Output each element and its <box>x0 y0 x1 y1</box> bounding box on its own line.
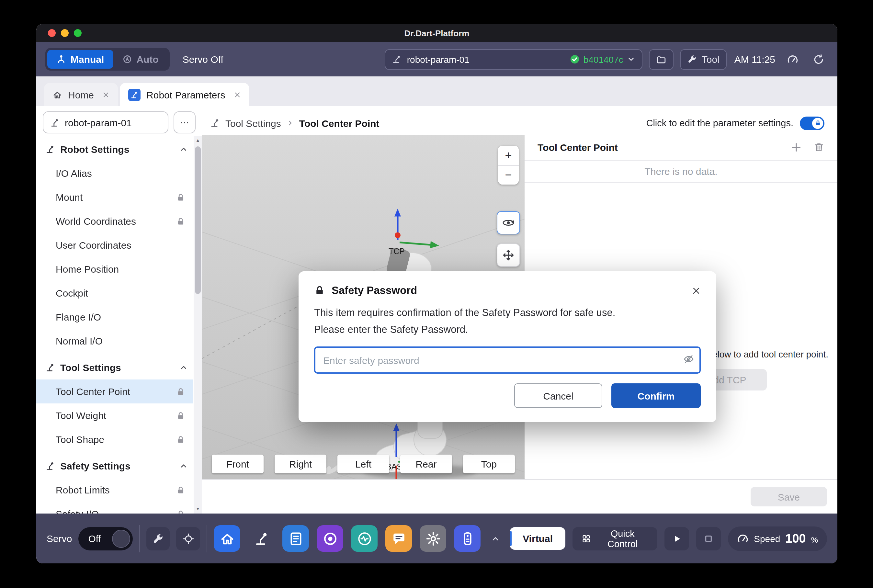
taskbar-apps <box>214 525 480 552</box>
sidebar-item-tool-weight[interactable]: Tool Weight <box>36 404 193 428</box>
auto-mode-button[interactable]: Auto <box>113 50 167 69</box>
sidebar-scrollbar[interactable]: ▲ ▼ <box>194 136 202 513</box>
document-app-icon[interactable] <box>282 525 309 552</box>
sidebar-section-tool-settings[interactable]: Tool Settings <box>36 356 193 380</box>
play-button[interactable] <box>664 527 689 550</box>
scroll-down-arrow[interactable]: ▼ <box>196 506 200 512</box>
speed-gauge-icon <box>737 532 748 544</box>
content-header: Tool Settings Tool Center Point Click to… <box>202 106 837 135</box>
lock-icon <box>176 435 185 444</box>
zoom-in-button[interactable]: + <box>498 146 519 165</box>
confirm-button[interactable]: Confirm <box>611 383 701 408</box>
manual-mode-button[interactable]: Manual <box>47 50 113 69</box>
item-label: World Coordinates <box>56 216 136 226</box>
virtual-mode-button[interactable]: Virtual <box>510 527 566 550</box>
move-to-target-button[interactable] <box>177 527 200 550</box>
servo-toggle[interactable]: Off <box>78 527 132 550</box>
sidebar-item-i-o-alias[interactable]: I/O Alias <box>36 161 193 185</box>
servo-status[interactable]: Servo Off <box>183 54 224 65</box>
delete-item-button[interactable] <box>813 142 824 153</box>
close-tab-icon[interactable] <box>102 91 110 98</box>
robot-arm-icon <box>45 144 55 154</box>
toggle-password-visibility-button[interactable] <box>683 354 694 364</box>
expand-apps-button[interactable] <box>487 530 503 547</box>
save-button[interactable]: Save <box>751 487 827 506</box>
home-app-icon[interactable] <box>214 525 240 552</box>
view-rear-button[interactable]: Rear <box>400 454 452 473</box>
close-dialog-button[interactable] <box>692 286 701 295</box>
close-icon <box>692 286 701 295</box>
chat-app-icon[interactable] <box>386 525 412 552</box>
tab-home-label: Home <box>68 89 94 100</box>
more-options-button[interactable]: ⋯ <box>174 111 196 134</box>
eye-off-icon <box>683 354 694 364</box>
scrollbar-thumb[interactable] <box>195 146 201 294</box>
parameter-name-field[interactable]: robot-param-01 <box>43 111 168 134</box>
open-file-button[interactable] <box>649 49 674 70</box>
sidebar-item-user-coordinates[interactable]: User Coordinates <box>36 233 193 257</box>
breadcrumb-section[interactable]: Tool Settings <box>225 117 281 129</box>
sidebar-item-normal-i-o[interactable]: Normal I/O <box>36 329 193 353</box>
sidebar-section-robot-settings[interactable]: Robot Settings <box>36 137 193 161</box>
quick-control-button[interactable]: Quick Control <box>573 527 657 550</box>
speed-value: 100 <box>785 531 806 546</box>
view-right-button[interactable]: Right <box>274 454 326 473</box>
tabbar: Home Robot Parameters <box>36 76 837 106</box>
section-label: Tool Settings <box>60 362 121 373</box>
view-top-button[interactable]: Top <box>463 454 515 473</box>
item-label: Home Position <box>56 264 119 274</box>
sidebar-item-tool-center-point[interactable]: Tool Center Point <box>36 380 193 404</box>
servo-label: Servo <box>46 533 72 544</box>
dialog-message-line2: Please enter the Safety Password. <box>314 321 701 338</box>
sidebar-item-world-coordinates[interactable]: World Coordinates <box>36 209 193 233</box>
sidebar-item-home-position[interactable]: Home Position <box>36 257 193 281</box>
parameter-name: robot-param-01 <box>407 54 470 64</box>
cancel-button[interactable]: Cancel <box>514 383 602 408</box>
maximize-window-button[interactable] <box>74 29 82 37</box>
version-label: b401407c <box>584 54 623 64</box>
robot-app-icon[interactable] <box>248 525 274 552</box>
clock: AM 11:25 <box>734 54 775 65</box>
edit-lock-toggle[interactable] <box>800 116 824 130</box>
target-app-icon[interactable] <box>317 525 343 552</box>
tab-robot-parameters[interactable]: Robot Parameters <box>120 83 249 106</box>
sidebar-item-tool-shape[interactable]: Tool Shape <box>36 428 193 452</box>
edit-hint-text: Click to edit the parameter settings. <box>646 118 794 128</box>
safety-password-input[interactable] <box>314 346 701 374</box>
remote-app-icon[interactable] <box>454 525 480 552</box>
speed-control[interactable]: Speed 100 % <box>728 526 827 551</box>
minimize-window-button[interactable] <box>61 29 69 37</box>
rotate-view-button[interactable] <box>497 211 520 234</box>
tab-home[interactable]: Home <box>44 83 118 106</box>
add-item-button[interactable] <box>791 142 802 153</box>
chevron-down-icon <box>627 55 636 63</box>
sidebar-item-cockpit[interactable]: Cockpit <box>36 281 193 305</box>
stop-button[interactable] <box>696 527 721 550</box>
scroll-up-arrow[interactable]: ▲ <box>196 138 200 143</box>
sidebar-item-robot-limits[interactable]: Robot Limits <box>36 478 193 502</box>
sidebar-item-mount[interactable]: Mount <box>36 185 193 209</box>
chevron-up-icon <box>490 534 500 543</box>
zoom-out-button[interactable]: − <box>498 165 519 184</box>
monitor-app-icon[interactable] <box>351 525 378 552</box>
settings-app-icon[interactable] <box>420 525 446 552</box>
timer-button[interactable] <box>809 50 828 69</box>
status-gauge-button[interactable] <box>783 50 802 69</box>
sidebar-item-safety-i-o[interactable]: Safety I/O <box>36 502 193 513</box>
view-left-button[interactable]: Left <box>338 454 389 473</box>
sidebar-section-safety-settings[interactable]: Safety Settings <box>36 454 193 478</box>
close-tab-icon[interactable] <box>234 91 241 98</box>
tool-button[interactable]: Tool <box>680 49 727 70</box>
sidebar-item-flange-i-o[interactable]: Flange I/O <box>36 305 193 329</box>
taskbar-right: Virtual Quick Control Speed 100 % <box>510 526 827 551</box>
view-front-button[interactable]: Front <box>212 454 264 473</box>
desktop: Dr.Dart-Platform Manual Auto Servo Off r… <box>0 0 873 588</box>
active-parameter-selector[interactable]: robot-param-01 b401407c <box>385 49 643 70</box>
pan-view-button[interactable] <box>497 243 520 267</box>
lock-icon <box>814 120 821 126</box>
auto-mode-icon <box>122 54 132 64</box>
setup-tool-button[interactable] <box>146 527 170 550</box>
auto-mode-label: Auto <box>136 54 158 65</box>
close-window-button[interactable] <box>48 29 56 37</box>
tool-button-label: Tool <box>702 54 720 65</box>
